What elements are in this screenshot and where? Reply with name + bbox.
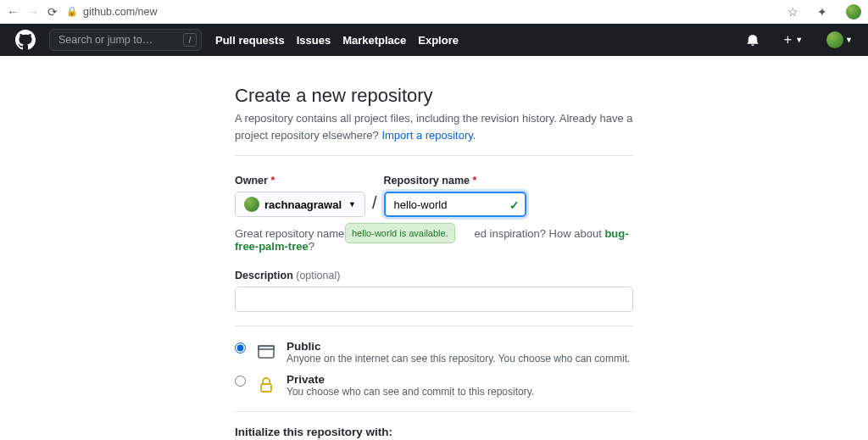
owner-label: Owner * [235, 175, 365, 187]
user-avatar-icon [826, 31, 843, 48]
owner-select[interactable]: rachnaagrawal ▼ [235, 192, 365, 217]
private-sub: You choose who can see and commit to thi… [287, 386, 534, 398]
repo-name-label: Repository name * [384, 175, 526, 187]
notifications-icon[interactable] [747, 34, 759, 46]
initialize-heading: Initialize this repository with: [235, 426, 633, 438]
page-subhead: A repository contains all project files,… [235, 110, 633, 143]
address-bar[interactable]: 🔒 github.com/new [66, 6, 158, 18]
lock-icon [254, 373, 278, 397]
public-title: Public [287, 340, 630, 353]
visibility-public-radio[interactable] [235, 343, 246, 354]
nav-issues[interactable]: Issues [297, 34, 331, 47]
import-repository-link[interactable]: Import a repository. [381, 129, 476, 142]
description-label: Description (optional) [235, 270, 633, 281]
visibility-group: Public Anyone on the internet can see th… [235, 340, 633, 398]
lock-icon: 🔒 [66, 6, 78, 17]
browser-chrome: ← → ⟳ 🔒 github.com/new ☆ ✦ [0, 0, 868, 24]
owner-repo-separator: / [372, 193, 377, 213]
visibility-private-radio[interactable] [235, 376, 246, 387]
public-sub: Anyone on the internet can see this repo… [287, 353, 630, 365]
extensions-icon[interactable]: ✦ [817, 5, 827, 19]
repo-name-input[interactable] [384, 192, 526, 217]
back-button[interactable]: ← [7, 5, 19, 19]
owner-avatar-icon [244, 197, 259, 212]
page-title: Create a new repository [235, 85, 633, 107]
github-logo-icon[interactable] [15, 30, 36, 50]
svg-rect-2 [261, 384, 271, 392]
user-menu[interactable]: ▼ [826, 31, 853, 48]
divider [235, 155, 633, 156]
hint-text-after: ed inspiration? How about [474, 227, 604, 240]
divider [235, 326, 633, 326]
nav-marketplace[interactable]: Marketplace [342, 34, 406, 47]
divider [235, 411, 633, 412]
create-new-menu[interactable]: +▼ [784, 35, 803, 45]
slash-hint-icon: / [183, 33, 197, 47]
site-search[interactable]: / [49, 29, 202, 51]
url-text: github.com/new [83, 6, 158, 18]
name-hint: Great repository names are sho hello-wor… [235, 227, 633, 253]
site-header: / Pull requests Issues Marketplace Explo… [0, 24, 868, 56]
nav-pull-requests[interactable]: Pull requests [215, 34, 285, 47]
search-input[interactable] [49, 29, 202, 51]
availability-badge: hello-world is available. [345, 223, 455, 243]
chevron-down-icon: ▼ [348, 200, 356, 209]
hint-q: ? [309, 240, 314, 253]
checkmark-icon: ✓ [509, 198, 520, 212]
svg-rect-1 [259, 346, 274, 349]
private-title: Private [287, 373, 534, 386]
profile-avatar-icon[interactable] [846, 4, 861, 19]
owner-name: rachnaagrawal [264, 198, 342, 211]
star-icon[interactable]: ☆ [787, 5, 798, 19]
nav-explore[interactable]: Explore [418, 34, 459, 47]
reload-button[interactable]: ⟳ [47, 5, 58, 19]
forward-button[interactable]: → [27, 5, 39, 19]
repo-public-icon [254, 340, 278, 364]
primary-nav: Pull requests Issues Marketplace Explore [215, 34, 459, 47]
description-input[interactable] [235, 287, 633, 312]
main-content: Create a new repository A repository con… [235, 85, 633, 440]
